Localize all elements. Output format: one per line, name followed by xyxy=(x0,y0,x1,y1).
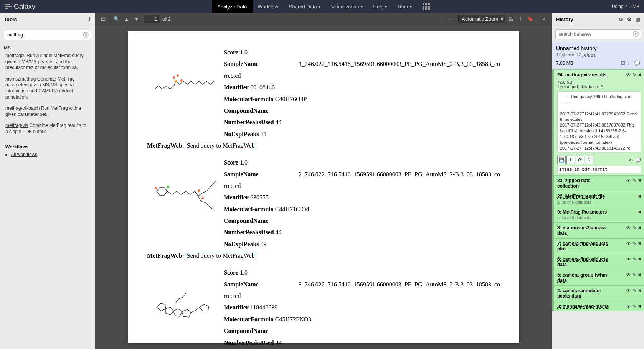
tool-link[interactable]: metfrag-vis xyxy=(5,123,28,128)
tag-icon[interactable]: 🏷 xyxy=(629,158,633,162)
delete-icon[interactable]: ✖ xyxy=(638,194,642,199)
edit-icon[interactable]: ✎ xyxy=(632,272,636,278)
history-hidden-link[interactable]: hidden xyxy=(583,52,595,57)
edit-icon[interactable]: ✎ xyxy=(632,225,636,230)
history-item: 6: camera-find-adducts data👁✎✖ xyxy=(552,254,644,270)
edit-icon[interactable]: ✎ xyxy=(632,241,636,246)
select-all-icon[interactable]: ☑ xyxy=(621,61,625,66)
history-item-title[interactable]: 7: camera-find-adducts plot xyxy=(557,241,611,252)
tool-link[interactable]: metfrag-cli-batch xyxy=(5,105,40,111)
eye-icon[interactable]: 👁 xyxy=(626,272,631,278)
eye-icon[interactable]: 👁 xyxy=(626,178,631,183)
nav-tab-analyze-data[interactable]: Analyze Data xyxy=(212,0,252,13)
eye-icon[interactable]: 👁 xyxy=(626,304,631,309)
history-item: 5: camera-group-fwhm data👁✎✖ xyxy=(552,270,644,285)
history-search-input[interactable] xyxy=(555,29,641,39)
svg-point-1 xyxy=(177,74,179,77)
edit-icon[interactable]: ✎ xyxy=(632,257,636,262)
delete-icon[interactable]: ✖ xyxy=(638,241,642,246)
metfragweb-link[interactable]: Send query to MetFragWeb xyxy=(186,142,256,149)
zoom-select[interactable]: Automatic Zoom ⇵ xyxy=(458,15,505,23)
print-icon[interactable]: 🖶 xyxy=(505,14,515,24)
tool-link[interactable]: msms2metfrag xyxy=(5,76,36,82)
gear-icon[interactable]: ⚙ xyxy=(627,16,632,22)
svg-point-7 xyxy=(198,189,200,192)
info-button[interactable]: ℹ xyxy=(566,156,575,164)
refresh-icon[interactable]: ⟳ xyxy=(619,16,623,22)
prev-page-icon[interactable]: ▲ xyxy=(122,14,132,24)
reload-button[interactable]: ⟳ xyxy=(576,156,584,164)
find-icon[interactable]: 🔍 xyxy=(112,14,122,24)
edit-icon[interactable]: ✎ xyxy=(632,304,636,309)
history-item: 23: zipped data collection👁✎✖ xyxy=(552,175,644,191)
delete-icon[interactable]: ✖ xyxy=(638,178,642,183)
nav-tab-user[interactable]: User▾ xyxy=(392,0,417,13)
history-item: 8: map-msms2camera data👁✎✖ xyxy=(552,222,644,238)
history-item-title[interactable]: 5: camera-group-fwhm data xyxy=(557,272,611,283)
history-item-title[interactable]: 6: camera-find-adducts data xyxy=(557,257,611,267)
edit-icon[interactable]: ✎ xyxy=(632,72,636,77)
tools-panel-header: Tools ⤴ xyxy=(0,13,95,26)
tool-section-ms[interactable]: MS xyxy=(4,45,91,51)
delete-icon[interactable]: ✖ xyxy=(638,225,642,230)
clear-search-icon[interactable]: ⓧ xyxy=(83,31,89,39)
edit-icon[interactable]: ✎ xyxy=(632,178,636,183)
center-panel: ▤ 🔍 ▲ ▼ of 2 − + Automatic Zoom ⇵ 🖶 ⭳ 🔖 … xyxy=(95,13,552,349)
eye-icon[interactable]: 👁 xyxy=(626,72,631,77)
nav-tab-visualization[interactable]: Visualization▾ xyxy=(326,0,368,13)
delete-icon[interactable]: ✖ xyxy=(638,257,642,262)
help-button[interactable]: ? xyxy=(585,156,593,164)
history-item-title[interactable]: 9: MetFrag Parameters xyxy=(557,209,607,215)
tool-link[interactable]: metfragcli xyxy=(5,53,25,58)
history-item: 9: MetFrag Parameters✖a list of 6 datase… xyxy=(552,207,644,222)
delete-icon[interactable]: ✖ xyxy=(638,304,642,309)
pdf-scroll[interactable]: Score 1.0SampleName 1_746.022_716.5416_1… xyxy=(95,25,552,349)
annotation-icon[interactable]: 💬 xyxy=(634,61,640,66)
all-workflows-link[interactable]: All workflows xyxy=(11,152,37,157)
page-number-input[interactable] xyxy=(144,15,160,23)
zoom-out-icon[interactable]: − xyxy=(436,14,446,24)
history-item-title[interactable]: 4: camera-annotate-peaks data xyxy=(557,288,611,299)
eye-icon[interactable]: 👁 xyxy=(626,241,631,246)
history-item-title[interactable]: 23: zipped data collection xyxy=(557,178,611,189)
download-icon[interactable]: ⭳ xyxy=(515,14,525,24)
sidebar-toggle-icon[interactable]: ▤ xyxy=(98,14,108,24)
brand[interactable]: Galaxy xyxy=(5,3,35,11)
nav-tab-help[interactable]: Help▾ xyxy=(368,0,393,13)
nav-tab-workflow[interactable]: Workflow xyxy=(253,0,284,13)
delete-icon[interactable]: ✖ xyxy=(638,288,642,293)
history-item-title[interactable]: 24: metfrag-vis-results xyxy=(557,72,607,77)
scratchbook-icon[interactable] xyxy=(417,0,435,13)
edit-icon[interactable]: ✎ xyxy=(632,288,636,293)
history-name[interactable]: Unnamed history xyxy=(556,45,640,51)
tools-panel-title: Tools xyxy=(4,16,17,22)
nav-tabs: Analyze DataWorkflowShared Data▾Visualiz… xyxy=(212,0,435,13)
zoom-in-icon[interactable]: + xyxy=(446,14,456,24)
history-item-title[interactable]: 8: map-msms2camera data xyxy=(557,225,611,236)
delete-icon[interactable]: ✖ xyxy=(638,209,642,215)
eye-icon[interactable]: 👁 xyxy=(626,225,631,230)
save-button[interactable]: 💾 xyxy=(557,156,566,164)
nav-tab-shared-data[interactable]: Shared Data▾ xyxy=(284,0,326,13)
history-item: 3: msnbase-read-msms👁✎✖ xyxy=(552,301,644,311)
tags-icon[interactable]: 🏷 xyxy=(627,61,632,66)
usage-indicator: Using 7.1 MB xyxy=(612,4,639,9)
bookmark-icon[interactable]: 🔖 xyxy=(525,14,535,24)
pdf-toolbar: ▤ 🔍 ▲ ▼ of 2 − + Automatic Zoom ⇵ 🖶 ⭳ 🔖 … xyxy=(95,13,552,25)
eye-icon[interactable]: 👁 xyxy=(626,288,631,293)
next-page-icon[interactable]: ▼ xyxy=(132,14,142,24)
history-item-title[interactable]: 22: MetFrag result file xyxy=(557,194,605,199)
delete-icon[interactable]: ✖ xyxy=(638,272,642,278)
tool-list: metfragcli Run a single MetFrag query gi… xyxy=(0,53,95,140)
metfragweb-link[interactable]: Send query to MetFragWeb xyxy=(186,252,256,259)
ann-icon[interactable]: 💬 xyxy=(636,158,641,163)
history-item-title[interactable]: 3: msnbase-read-msms xyxy=(557,304,609,309)
upload-icon[interactable]: ⤴ xyxy=(88,16,91,22)
multi-history-icon[interactable]: ▥ xyxy=(636,16,640,22)
svg-point-0 xyxy=(173,76,175,79)
eye-icon[interactable]: 👁 xyxy=(626,257,631,262)
tool-search-input[interactable] xyxy=(4,30,91,40)
delete-icon[interactable]: ✖ xyxy=(638,72,642,77)
history-search-clear-icon[interactable]: ⓧ xyxy=(633,31,639,38)
tools-overflow-icon[interactable]: » xyxy=(539,14,549,24)
